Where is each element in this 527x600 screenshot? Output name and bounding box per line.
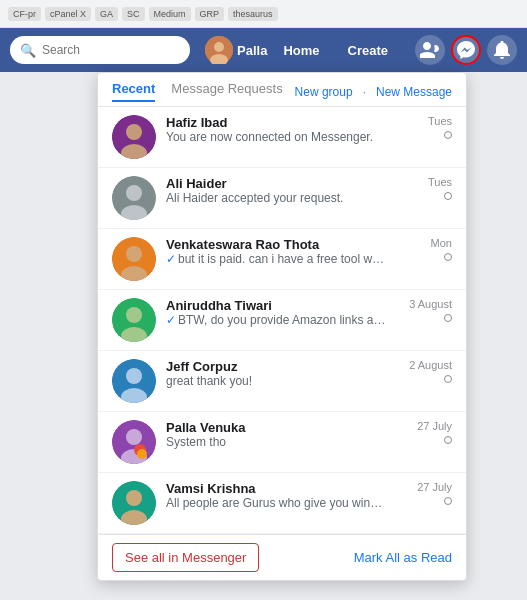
read-indicator — [444, 131, 452, 139]
svg-point-22 — [137, 449, 147, 459]
nav-home[interactable]: Home — [271, 43, 331, 58]
list-item[interactable]: Vamsi Krishna All people are Gurus who g… — [98, 473, 466, 534]
avatar — [112, 115, 156, 159]
new-group-link[interactable]: New group — [295, 85, 353, 99]
list-item[interactable]: Aniruddha Tiwari ✓BTW, do you provide Am… — [98, 290, 466, 351]
avatar — [112, 420, 156, 464]
tab-recent[interactable]: Recent — [112, 81, 155, 102]
message-content: Ali Haider Ali Haider accepted your requ… — [166, 176, 418, 205]
message-preview: Ali Haider accepted your request. — [166, 191, 386, 205]
browser-tabs: CF-pr cPanel X GA SC Medium GRP thesauru… — [8, 7, 278, 21]
message-time: 3 August — [409, 298, 452, 322]
sender-name: Jeff Corpuz — [166, 359, 399, 374]
svg-point-10 — [126, 246, 142, 262]
user-name: Palla — [237, 43, 267, 58]
read-indicator — [444, 192, 452, 200]
avatar — [112, 298, 156, 342]
message-time: 27 July — [417, 481, 452, 505]
svg-point-7 — [126, 185, 142, 201]
nav-center: Palla Home Create — [190, 36, 415, 64]
message-preview: ✓but it is paid. can i have a free tool … — [166, 252, 386, 266]
panel-actions: New group · New Message — [295, 85, 452, 99]
checkmark-icon: ✓ — [166, 252, 176, 266]
avatar — [112, 176, 156, 220]
list-item[interactable]: Jeff Corpuz great thank you! 2 August — [98, 351, 466, 412]
new-message-link[interactable]: New Message — [376, 85, 452, 99]
search-input[interactable] — [42, 43, 180, 57]
list-item[interactable]: Venkateswara Rao Thota ✓but it is paid. … — [98, 229, 466, 290]
panel-header: Recent Message Requests New group · New … — [98, 73, 466, 107]
message-content: Venkateswara Rao Thota ✓but it is paid. … — [166, 237, 421, 266]
message-time: 2 August — [409, 359, 452, 383]
svg-point-24 — [126, 490, 142, 506]
svg-point-13 — [126, 307, 142, 323]
svg-point-16 — [126, 368, 142, 384]
message-time: 27 July — [417, 420, 452, 444]
message-list: Hafiz Ibad You are now connected on Mess… — [98, 107, 466, 534]
browser-bar: CF-pr cPanel X GA SC Medium GRP thesauru… — [0, 0, 527, 28]
read-indicator — [444, 497, 452, 505]
message-preview: System tho — [166, 435, 386, 449]
message-preview: ✓BTW, do you provide Amazon links and bu… — [166, 313, 386, 327]
tab-ga[interactable]: GA — [95, 7, 118, 21]
message-content: Palla Venuka System tho — [166, 420, 407, 449]
panel-footer: See all in Messenger Mark All as Read — [98, 534, 466, 580]
nav-create[interactable]: Create — [336, 43, 400, 58]
sender-name: Aniruddha Tiwari — [166, 298, 399, 313]
tab-cf-pr[interactable]: CF-pr — [8, 7, 41, 21]
panel-tabs: Recent Message Requests — [112, 81, 283, 102]
svg-point-19 — [126, 429, 142, 445]
see-all-button[interactable]: See all in Messenger — [112, 543, 259, 572]
checkmark-icon: ✓ — [166, 313, 176, 327]
tab-thesaurus[interactable]: thesaurus — [228, 7, 278, 21]
facebook-navbar: 🔍 Palla Home Create — [0, 28, 527, 72]
search-icon: 🔍 — [20, 43, 36, 58]
read-indicator — [444, 436, 452, 444]
message-preview: All people are Gurus who give you wings … — [166, 496, 386, 510]
message-preview: You are now connected on Messenger. — [166, 130, 386, 144]
message-content: Hafiz Ibad You are now connected on Mess… — [166, 115, 418, 144]
message-content: Vamsi Krishna All people are Gurus who g… — [166, 481, 407, 510]
sender-name: Venkateswara Rao Thota — [166, 237, 421, 252]
svg-point-4 — [126, 124, 142, 140]
message-time: Tues — [428, 115, 452, 139]
mark-all-read-link[interactable]: Mark All as Read — [354, 550, 452, 565]
message-content: Aniruddha Tiwari ✓BTW, do you provide Am… — [166, 298, 399, 327]
svg-point-1 — [214, 42, 224, 52]
read-indicator — [444, 375, 452, 383]
message-preview: great thank you! — [166, 374, 386, 388]
nav-icons — [415, 35, 517, 65]
sender-name: Ali Haider — [166, 176, 418, 191]
messenger-dropdown: Recent Message Requests New group · New … — [97, 72, 467, 581]
sender-name: Palla Venuka — [166, 420, 407, 435]
avatar — [112, 481, 156, 525]
tab-message-requests[interactable]: Message Requests — [171, 81, 282, 102]
messenger-icon-button[interactable] — [451, 35, 481, 65]
tab-sc[interactable]: SC — [122, 7, 145, 21]
message-time: Tues — [428, 176, 452, 200]
avatar — [112, 359, 156, 403]
list-item[interactable]: Palla Venuka System tho 27 July — [98, 412, 466, 473]
tab-grp[interactable]: GRP — [195, 7, 225, 21]
bell-icon-button[interactable] — [487, 35, 517, 65]
read-indicator — [444, 253, 452, 261]
search-box[interactable]: 🔍 — [10, 36, 190, 64]
avatar — [112, 237, 156, 281]
sender-name: Vamsi Krishna — [166, 481, 407, 496]
list-item[interactable]: Hafiz Ibad You are now connected on Mess… — [98, 107, 466, 168]
list-item[interactable]: Ali Haider Ali Haider accepted your requ… — [98, 168, 466, 229]
message-content: Jeff Corpuz great thank you! — [166, 359, 399, 388]
tab-medium[interactable]: Medium — [149, 7, 191, 21]
friends-icon-button[interactable] — [415, 35, 445, 65]
tab-cpanel[interactable]: cPanel X — [45, 7, 91, 21]
action-separator: · — [363, 85, 366, 99]
read-indicator — [444, 314, 452, 322]
message-time: Mon — [431, 237, 452, 261]
sender-name: Hafiz Ibad — [166, 115, 418, 130]
avatar — [205, 36, 233, 64]
